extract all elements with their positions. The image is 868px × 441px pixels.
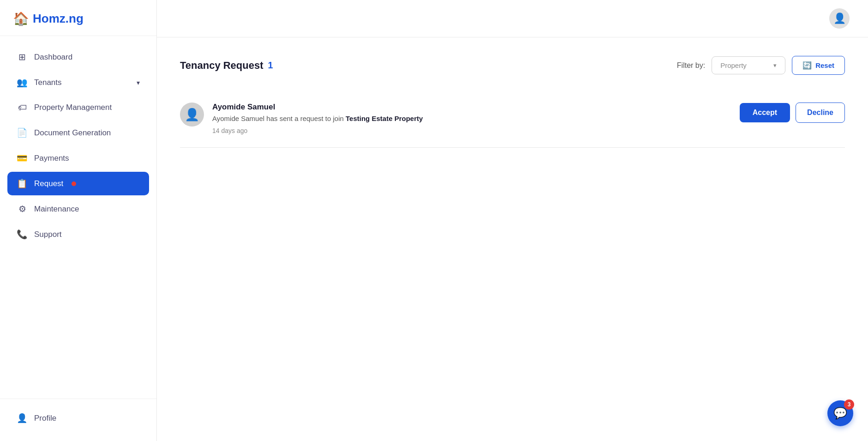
payments-icon: 💳 [17,153,28,163]
property-filter[interactable]: Property ▾ [712,56,785,74]
sidebar-item-request[interactable]: 📋 Request [7,172,149,195]
sidebar-item-support[interactable]: 📞 Support [7,223,149,246]
logo-icon: 🏠 [13,11,29,26]
page-title-area: Tenancy Request 1 [180,60,273,72]
reset-icon: 🔄 [802,61,812,70]
document-generation-icon: 📄 [17,127,28,138]
request-time: 14 days ago [212,127,731,134]
sidebar-item-property-management[interactable]: 🏷 Property Management [7,96,149,119]
page-header: Tenancy Request 1 Filter by: Property ▾ … [180,56,845,75]
page-title: Tenancy Request [180,60,263,72]
nav-badge [72,181,76,186]
filter-area: Filter by: Property ▾ 🔄 Reset [677,56,845,75]
sidebar-item-label: Payments [34,154,69,163]
main-content: 👤 Tenancy Request 1 Filter by: Property … [157,0,868,441]
dashboard-icon: ⊞ [17,52,28,62]
sidebar: 🏠 Homz.ng ⊞ Dashboard 👥 Tenants ▾ 🏷 Prop… [0,0,157,441]
filter-placeholder: Property [720,61,747,69]
sidebar-item-label: Tenants [34,78,62,87]
chevron-icon: ▾ [137,79,140,86]
requester-avatar-icon: 👤 [185,108,199,122]
sidebar-item-document-generation[interactable]: 📄 Document Generation [7,121,149,145]
chat-badge: 3 [844,399,854,410]
logo-area: 🏠 Homz.ng [0,0,156,36]
sidebar-item-label: Maintenance [34,205,79,214]
request-icon: 📋 [17,178,28,189]
reset-button[interactable]: 🔄 Reset [792,56,845,75]
sidebar-item-label: Request [34,179,63,188]
content-area: Tenancy Request 1 Filter by: Property ▾ … [157,37,868,441]
sidebar-item-label: Support [34,230,62,239]
sidebar-item-tenants[interactable]: 👥 Tenants ▾ [7,71,149,94]
sidebar-item-profile[interactable]: 👤 Profile [7,406,149,430]
maintenance-icon: ⚙ [17,204,28,214]
request-info: Ayomide Samuel Ayomide Samuel has sent a… [212,103,731,134]
sidebar-item-maintenance[interactable]: ⚙ Maintenance [7,197,149,221]
avatar[interactable]: 👤 [829,8,850,29]
logo-text: Homz.ng [33,12,84,26]
decline-button[interactable]: Decline [796,103,845,123]
request-list: 👤 Ayomide Samuel Ayomide Samuel has sent… [180,90,845,148]
requester-name: Ayomide Samuel [212,103,731,112]
reset-label: Reset [815,61,834,69]
filter-label: Filter by: [677,61,705,70]
property-name: Testing Estate Property [346,115,423,122]
chevron-down-icon: ▾ [773,62,777,69]
sidebar-item-label: Document Generation [34,128,111,138]
requester-avatar: 👤 [180,103,204,127]
sidebar-item-payments[interactable]: 💳 Payments [7,146,149,170]
sidebar-item-label: Property Management [34,103,112,112]
support-icon: 📞 [17,229,28,240]
property-management-icon: 🏷 [17,103,28,113]
request-actions: Accept Decline [740,103,845,123]
sidebar-item-label: Dashboard [34,53,72,62]
request-card: 👤 Ayomide Samuel Ayomide Samuel has sent… [180,90,845,148]
avatar-icon: 👤 [833,12,846,24]
nav-list: ⊞ Dashboard 👥 Tenants ▾ 🏷 Property Manag… [0,36,156,399]
chat-bubble[interactable]: 💬 3 [827,400,853,426]
sidebar-item-label: Profile [34,414,56,423]
profile-icon: 👤 [17,413,28,423]
chat-icon: 💬 [833,407,847,420]
request-message: Ayomide Samuel has sent a request to joi… [212,114,731,124]
nav-bottom: 👤 Profile [0,399,156,441]
tenants-icon: 👥 [17,77,28,88]
sidebar-item-dashboard[interactable]: ⊞ Dashboard [7,45,149,69]
topbar: 👤 [157,0,868,37]
accept-button[interactable]: Accept [740,103,790,122]
logo-link[interactable]: 🏠 Homz.ng [13,11,144,26]
page-count: 1 [268,60,273,71]
